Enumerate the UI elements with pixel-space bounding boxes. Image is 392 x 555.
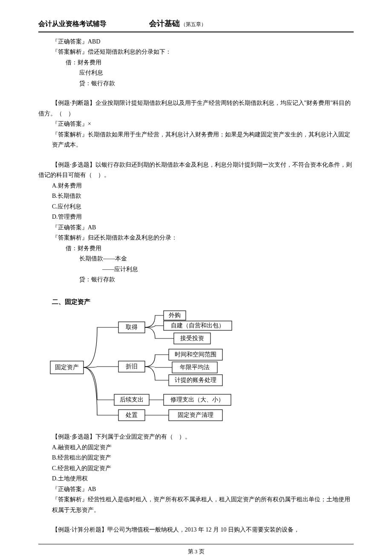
- q3-entry-line2: 长期借款——本金: [38, 254, 354, 264]
- q4-optA: A.融资租入的固定资产: [38, 442, 354, 453]
- q1-entry-line2: 应付利息: [38, 68, 354, 78]
- content-body: 『正确答案』ABD 『答案解析』偿还短期借款利息的分录如下： 借：财务费用 应付…: [38, 37, 354, 535]
- page-number: 第 3 页: [188, 548, 205, 555]
- section-2-title: 二、固定资产: [38, 296, 354, 307]
- q1-answer: 『正确答案』ABD: [38, 37, 354, 47]
- diagram-n1: 取得: [126, 324, 138, 330]
- q3-entry-line3: ——应计利息: [38, 264, 354, 275]
- diagram-l3a: 修理支出（大、小）: [170, 396, 224, 403]
- header-left: 会计从业资格考试辅导: [38, 18, 107, 30]
- header-title: 会计基础: [149, 17, 180, 31]
- q4-optB: B.经营租出的固定资产: [38, 453, 354, 463]
- diagram-l1b: 自建（自营和出包）: [171, 322, 225, 329]
- q3-analysis-label: 『答案解析』归还长期借款本金及利息的分录：: [38, 233, 354, 243]
- q3-answer: 『正确答案』AB: [38, 223, 354, 233]
- page-footer: 第 3 页: [38, 544, 354, 555]
- q1-analysis-label: 『答案解析』偿还短期借款利息的分录如下：: [38, 47, 354, 58]
- diagram-l1a: 外购: [169, 312, 181, 318]
- diagram-root: 固定资产: [55, 364, 79, 370]
- q1-entry-line3: 贷：银行存款: [38, 78, 354, 89]
- diagram-l2b: 年限平均法: [180, 364, 210, 370]
- q4-optD: D.土地使用权: [38, 474, 354, 484]
- diagram-l1c: 接受投资: [180, 335, 204, 341]
- q3-optC: C.应付利息: [38, 202, 354, 212]
- q5-prompt: 【例题·计算分析题】甲公司为增值税一般纳税人，2013 年 12 月 10 日购…: [38, 525, 354, 535]
- diagram-n4: 处置: [126, 412, 138, 418]
- q2-analysis: 『答案解析』长期借款如果用于生产经营，其利息计入财务费用；如果是为构建固定资产发…: [38, 130, 354, 150]
- q3-optD: D.管理费用: [38, 212, 354, 223]
- q1-entry-line1: 借：财务费用: [38, 58, 354, 68]
- diagram-l2c: 计提的账务处理: [175, 377, 216, 383]
- diagram-n3: 后续支出: [120, 396, 144, 403]
- q2-prompt: 【例题·判断题】企业按期限计提短期借款利息以及用于生产经营周转的长期借款利息，均…: [38, 98, 354, 119]
- diagram-n2: 折旧: [126, 363, 138, 370]
- fixed-asset-diagram: 固定资产 取得 折旧 后续支出 处置 外购 自建（自营和出包） 接受投资: [38, 310, 354, 430]
- q4-analysis: 『答案解析』经营性租入是临时租入，资产所有权不属承租人，租入固定资产的所有权仍属…: [38, 494, 354, 515]
- q3-entry-line1: 借：财务费用: [38, 243, 354, 254]
- q3-optB: B.长期借款: [38, 191, 354, 202]
- q4-answer: 『正确答案』AB: [38, 484, 354, 495]
- header-subtitle: （第五章）: [181, 20, 206, 29]
- q4-prompt: 【例题·多选题】下列属于企业固定资产的有（ ）。: [38, 432, 354, 442]
- diagram-l4a: 固定资产清理: [178, 412, 213, 418]
- q4-optC: C.经营租入的固定资产: [38, 463, 354, 474]
- q3-entry-line4: 贷：银行存款: [38, 275, 354, 285]
- q3-prompt: 【例题·多选题】以银行存款归还到期的长期借款本金及利息，利息分期计提到期一次支付…: [38, 160, 354, 181]
- q2-answer: 『正确答案』×: [38, 119, 354, 130]
- page-header: 会计从业资格考试辅导 会计基础 （第五章）: [38, 17, 354, 32]
- diagram-l2a: 时间和空间范围: [175, 351, 216, 358]
- q3-optA: A.财务费用: [38, 181, 354, 191]
